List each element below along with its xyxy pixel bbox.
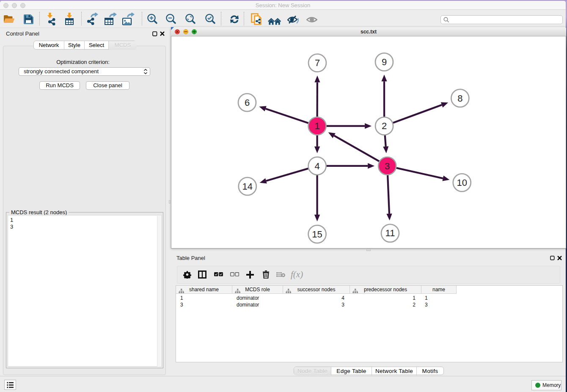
svg-text:8: 8 — [457, 93, 462, 104]
svg-text:14: 14 — [242, 181, 253, 192]
svg-text:9: 9 — [382, 57, 387, 67]
svg-text:2: 2 — [382, 121, 387, 131]
svg-text:4: 4 — [314, 161, 319, 171]
svg-text:1: 1 — [314, 121, 319, 131]
svg-text:7: 7 — [315, 58, 320, 68]
svg-text:11: 11 — [385, 228, 395, 238]
svg-text:3: 3 — [385, 161, 390, 171]
svg-text:6: 6 — [245, 97, 250, 108]
svg-text:10: 10 — [457, 177, 467, 188]
svg-text:15: 15 — [312, 229, 322, 240]
